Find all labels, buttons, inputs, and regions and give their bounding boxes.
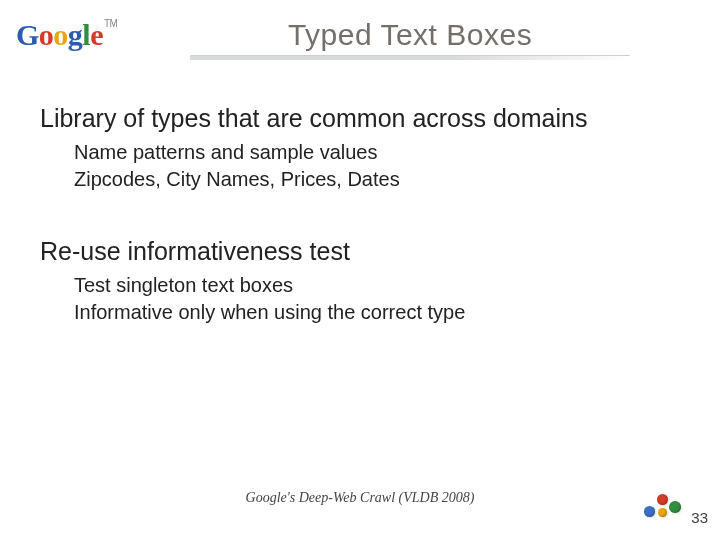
section-2-line-1: Test singleton text boxes — [74, 272, 680, 299]
section-2-heading: Re-use informativeness test — [40, 237, 680, 266]
page-number: 33 — [691, 509, 708, 526]
corner-decoration — [644, 492, 684, 522]
slide-header: GoogleTM Typed Text Boxes — [0, 10, 720, 66]
title-underline — [190, 55, 630, 60]
ball-red-icon — [657, 494, 668, 505]
section-2: Re-use informativeness test Test singlet… — [40, 237, 680, 326]
section-1-heading: Library of types that are common across … — [40, 104, 680, 133]
google-logo: GoogleTM — [16, 18, 117, 52]
ball-blue-icon — [644, 506, 655, 517]
ball-green-icon — [669, 501, 681, 513]
slide-body: Library of types that are common across … — [40, 104, 680, 326]
section-1-line-1: Name patterns and sample values — [74, 139, 680, 166]
footer-citation: Google's Deep-Web Crawl (VLDB 2008) — [0, 490, 720, 506]
title-container: Typed Text Boxes — [130, 18, 690, 60]
slide: GoogleTM Typed Text Boxes Library of typ… — [0, 0, 720, 540]
ball-yellow-icon — [658, 508, 667, 517]
section-1-line-2: Zipcodes, City Names, Prices, Dates — [74, 166, 680, 193]
section-1: Library of types that are common across … — [40, 104, 680, 193]
slide-title: Typed Text Boxes — [288, 18, 532, 52]
section-2-line-2: Informative only when using the correct … — [74, 299, 680, 326]
